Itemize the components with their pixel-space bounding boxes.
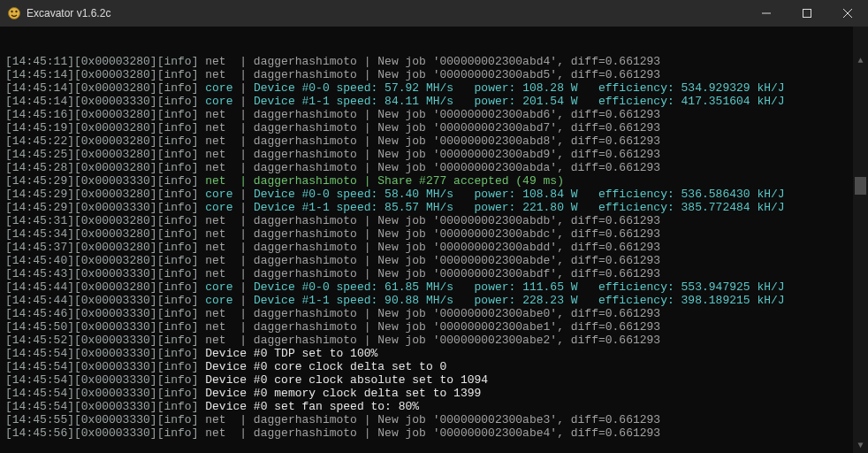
log-line: [14:45:55][0x00003330][info] net | dagge… [5,413,868,426]
titlebar[interactable]: Excavator v1.6.2c [0,0,868,27]
log-line: [14:45:46][0x00003330][info] net | dagge… [5,307,868,320]
log-line: [14:45:43][0x00003330][info] net | dagge… [5,267,868,280]
window-title: Excavator v1.6.2c [27,7,110,20]
log-line: [14:45:52][0x00003330][info] net | dagge… [5,334,868,347]
close-button[interactable] [827,0,868,27]
app-icon [7,6,21,20]
log-line: [14:45:25][0x00003280][info] net | dagge… [5,148,868,161]
svg-point-1 [11,11,12,12]
log-line: [14:45:54][0x00003330][info] Device #0 s… [5,400,868,413]
svg-point-0 [9,8,20,19]
log-line: [14:45:34][0x00003280][info] net | dagge… [5,227,868,241]
scrollbar[interactable]: ▲ ▼ [853,27,868,453]
svg-point-2 [15,11,17,12]
log-line: [14:45:37][0x00003280][info] net | dagge… [5,241,868,254]
log-line: [14:45:54][0x00003330][info] Device #0 T… [5,347,868,360]
log-line: [14:45:50][0x00003330][info] net | dagge… [5,320,868,334]
log-line: [14:45:14][0x00003280][info] net | dagge… [5,68,868,81]
log-line: [14:45:19][0x00003280][info] net | dagge… [5,121,868,134]
maximize-button[interactable] [787,0,827,27]
log-line: [14:45:44][0x00003280][info] core | Devi… [5,280,868,294]
scroll-thumb[interactable] [855,177,866,195]
log-line: [14:45:54][0x00003330][info] Device #0 c… [5,373,868,387]
log-line: [14:45:11][0x00003280][info] net | dagge… [5,55,868,68]
minimize-button[interactable] [746,0,787,27]
log-line: [14:45:29][0x00003280][info] core | Devi… [5,188,868,201]
svg-rect-4 [803,10,811,18]
log-line: [14:45:31][0x00003280][info] net | dagge… [5,214,868,227]
log-line: [14:45:54][0x00003330][info] Device #0 m… [5,387,868,400]
log-line: [14:45:28][0x00003280][info] net | dagge… [5,161,868,174]
log-line: [14:45:44][0x00003330][info] core | Devi… [5,294,868,307]
log-line: [14:45:40][0x00003280][info] net | dagge… [5,254,868,267]
scroll-up-icon[interactable]: ▲ [853,53,868,68]
log-line: [14:45:54][0x00003330][info] Device #0 c… [5,360,868,373]
log-line: [14:45:22][0x00003280][info] net | dagge… [5,134,868,148]
log-line: [14:45:56][0x00003330][info] net | dagge… [5,426,868,440]
log-line: [14:45:16][0x00003280][info] net | dagge… [5,108,868,121]
log-line: [14:45:29][0x00003330][info] core | Devi… [5,201,868,214]
scroll-down-icon[interactable]: ▼ [853,438,868,453]
log-line: [14:45:29][0x00003330][info] net | dagge… [5,174,868,188]
log-line: [14:45:14][0x00003330][info] core | Devi… [5,95,868,108]
console-output[interactable]: [14:45:11][0x00003280][info] net | dagge… [0,27,868,453]
log-line: [14:45:14][0x00003280][info] core | Devi… [5,81,868,95]
log-container: [14:45:11][0x00003280][info] net | dagge… [5,55,868,440]
